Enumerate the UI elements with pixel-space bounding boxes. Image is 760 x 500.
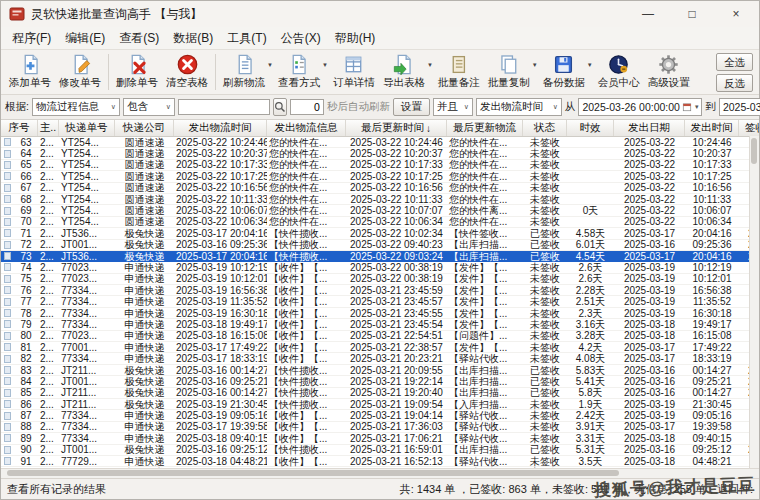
column-header-10[interactable]: 时效 — [567, 120, 614, 136]
column-header-7[interactable]: 最后更新时间↓ — [346, 120, 447, 136]
table-row[interactable]: 862...JT211...极兔快递2025-03-19 21:30:45【快件… — [1, 399, 759, 410]
column-header-5[interactable]: 发出物流时间 — [174, 120, 267, 136]
order-detail-button[interactable]: 订单详情 — [329, 53, 379, 91]
table-row[interactable]: 822...77334...申通快递2025-03-17 18:33:19【收件… — [1, 353, 759, 364]
filter-op-select[interactable]: 包含∨ — [123, 98, 175, 116]
menu-item-7[interactable]: 帮助(H) — [328, 28, 383, 49]
minimize-button[interactable]: — — [639, 7, 657, 21]
table-row[interactable]: 642...YT254...圆通速递2025-03-22 10:20:37您的快… — [1, 148, 759, 159]
cell-12: 10:20:37 — [685, 148, 739, 159]
menu-item-2[interactable]: 编辑(E) — [58, 28, 112, 49]
cell-12: 09:40:15 — [685, 433, 739, 444]
table-row[interactable]: 912...77729...申通快递2025-03-18 04:48:21【收件… — [1, 456, 759, 467]
filter-and-select[interactable]: 并且∨ — [433, 98, 473, 116]
column-header-12[interactable]: 发出时间 — [685, 120, 739, 136]
dropdown-arrow-icon[interactable]: ▼ — [427, 62, 433, 68]
dropdown-arrow-icon[interactable]: ▼ — [322, 62, 328, 68]
menu-item-6[interactable]: 公告(X) — [274, 28, 328, 49]
table-row[interactable]: 802...77023...申通快递2025-03-18 16:15:08【收件… — [1, 331, 759, 342]
menu-item-5[interactable]: 工具(T) — [220, 28, 273, 49]
invert-select-button[interactable]: 反选 — [716, 74, 753, 92]
table-row[interactable]: 852...JT211...极兔快递2025-03-16 00:14:27【快件… — [1, 388, 759, 399]
column-header-4[interactable]: 快递公司 — [115, 120, 174, 136]
column-header-3[interactable]: 快递单号 — [59, 120, 115, 136]
table-row[interactable]: 792...77334...申通快递2025-03-18 19:49:17【收件… — [1, 319, 759, 330]
horizontal-scrollbar[interactable] — [1, 468, 759, 478]
cell-9: 已签收 — [523, 251, 567, 262]
column-header-6[interactable]: 发出物流信息 — [267, 120, 346, 136]
filter-keyword-input[interactable] — [178, 99, 270, 115]
doc-add-icon — [20, 54, 41, 75]
edit-number-button[interactable]: 修改单号 — [55, 53, 105, 91]
member-center-button[interactable]: 会员中心 — [594, 53, 644, 91]
column-header-1[interactable]: 序号 — [1, 120, 38, 136]
table-row[interactable]: 672...YT254...圆通速递2025-03-22 10:16:56您的快… — [1, 183, 759, 194]
select-all-button[interactable]: 全选 — [716, 53, 753, 71]
batch-copy-button[interactable]: 批量复制 — [484, 53, 534, 91]
menu-item-3[interactable]: 查看(S) — [112, 28, 166, 49]
table-row[interactable]: 762...77334...申通快递2025-03-19 16:56:38【收件… — [1, 285, 759, 296]
table-row[interactable]: 742...77023...申通快递2025-03-19 10:12:19【收件… — [1, 262, 759, 273]
row-marker-icon — [1, 263, 14, 271]
add-number-button[interactable]: 添加单号 — [5, 53, 55, 91]
table-row[interactable]: 632...YT254...圆通速递2025-03-22 10:24:46您的快… — [1, 137, 759, 148]
cell-7: 2025-03-21 23:45:55 — [346, 308, 447, 319]
advanced-settings-button[interactable]: 高级设置 — [644, 53, 694, 91]
clear-table-button[interactable]: 清空表格 — [162, 53, 212, 91]
table-row[interactable]: 692...YT254...圆通速递2025-03-22 10:06:07您的快… — [1, 205, 759, 216]
from-date-input[interactable]: 2025-03-26 00:00:00 ▾ — [578, 98, 702, 116]
cell-8: 【出库扫描... — [447, 444, 523, 455]
table-row[interactable]: 812...77001...申通快递2025-03-17 17:49:22【收件… — [1, 342, 759, 353]
row-marker-icon — [1, 320, 14, 328]
time-field-select[interactable]: 发出物流时间∨ — [476, 98, 562, 116]
batch-note-button[interactable]: 批量备注 — [434, 53, 484, 91]
table-row[interactable]: 772...77334...申通快递2025-03-19 11:35:52【收件… — [1, 296, 759, 307]
menu-item-1[interactable]: 程序(F) — [5, 28, 58, 49]
filter-and-value: 并且 — [437, 100, 461, 114]
dropdown-arrow-icon[interactable]: ▼ — [532, 62, 538, 68]
filter-field-select[interactable]: 物流过程信息∨ — [32, 98, 120, 116]
maximize-button[interactable]: □ — [683, 7, 701, 21]
to-date-input[interactable]: 2025-03-26 23:59:59 ▾ — [719, 98, 760, 116]
table-row[interactable]: 652...YT254...圆通速递2025-03-22 10:17:33您的快… — [1, 160, 759, 171]
column-header-8[interactable]: 最后更新物流 — [447, 120, 523, 136]
vertical-scrollbar-thumb[interactable] — [751, 138, 757, 164]
cell-1: 76 — [14, 285, 38, 296]
table-row[interactable]: 842...JT001...极兔快递2025-03-16 09:25:21【快件… — [1, 376, 759, 387]
column-header-13[interactable]: 签收.. — [739, 120, 759, 136]
table-row[interactable]: 752...77023...申通快递2025-03-19 10:12:01【收件… — [1, 274, 759, 285]
filter-search-button[interactable] — [273, 98, 287, 116]
table-row[interactable]: 702...YT254...圆通速递2025-03-22 10:06:34您的快… — [1, 217, 759, 228]
cell-10: 2.28天 — [567, 285, 614, 296]
table-row[interactable]: 682...YT254...圆通速递2025-03-22 10:11:33您的快… — [1, 194, 759, 205]
close-button[interactable]: × — [727, 7, 745, 21]
table-row[interactable]: 892...77334...申通快递2025-03-18 09:40:15【收件… — [1, 433, 759, 444]
menu-item-4[interactable]: 数据(B) — [166, 28, 220, 49]
settings-button[interactable]: 设置 — [393, 98, 430, 116]
table-row[interactable]: 882...77334...申通快递2025-03-17 19:39:58【收件… — [1, 422, 759, 433]
table-row[interactable]: 782...77334...申通快递2025-03-19 16:30:18【收件… — [1, 308, 759, 319]
table-row[interactable]: 832...JT211...极兔快递2025-03-16 00:14:27【快件… — [1, 365, 759, 376]
table-row[interactable]: 732...JT536...极兔快递2025-03-17 20:04:16【快件… — [1, 251, 759, 262]
toolbar-button-label: 查看方式 — [278, 76, 320, 90]
export-table-button[interactable]: 导出表格 — [379, 53, 429, 91]
column-header-2[interactable]: 主.. — [38, 120, 59, 136]
table-row[interactable]: 712...JT536...极兔快递2025-03-17 20:04:16【快件… — [1, 228, 759, 239]
table-row[interactable]: 872...77334...申通快递2025-03-19 09:05:16【收件… — [1, 410, 759, 421]
cell-10: 4.54天 — [567, 251, 614, 262]
auto-refresh-seconds-input[interactable] — [290, 99, 324, 115]
refresh-logistics-button[interactable]: 刷新物流 — [219, 53, 269, 91]
cell-4: 极兔快递 — [115, 239, 174, 250]
backup-data-button[interactable]: 备份数据 — [539, 53, 589, 91]
horizontal-scrollbar-thumb[interactable] — [7, 470, 619, 476]
column-header-9[interactable]: 状态 — [523, 120, 567, 136]
column-header-11[interactable]: 发出日期 — [614, 120, 685, 136]
table-row[interactable]: 902...JT001...极兔快递2025-03-16 09:25:12【快件… — [1, 445, 759, 456]
dropdown-arrow-icon[interactable]: ▼ — [267, 62, 273, 68]
delete-number-button[interactable]: 删除单号 — [112, 53, 162, 91]
view-mode-button[interactable]: 查看方式 — [274, 53, 324, 91]
table-row[interactable]: 722...JT001...极兔快递2025-03-16 09:25:36【快件… — [1, 240, 759, 251]
vertical-scrollbar[interactable] — [749, 136, 759, 468]
dropdown-arrow-icon[interactable]: ▼ — [587, 62, 593, 68]
table-row[interactable]: 662...YT254...圆通速递2025-03-22 10:17:25您的快… — [1, 171, 759, 182]
